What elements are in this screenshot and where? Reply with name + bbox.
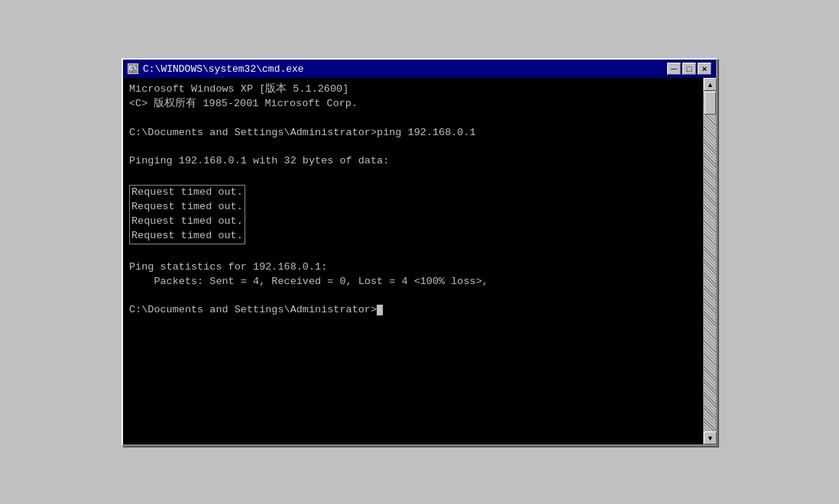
terminal-line-1: <C> 版权所有 1985-2001 Microsoft Corp. <box>129 97 697 111</box>
terminal-line-5: Pinging 192.168.0.1 with 32 bytes of dat… <box>129 154 697 169</box>
terminal-line-15: C:\Documents and Settings\Administrator> <box>129 303 697 318</box>
scroll-up-arrow[interactable]: ▲ <box>704 78 717 91</box>
cmd-icon: C\ <box>128 63 138 74</box>
scrollbar[interactable]: ▲ ▼ <box>703 78 716 444</box>
window-title: C:\WINDOWS\system32\cmd.exe <box>143 63 304 75</box>
terminal-line-8: Request timed out. <box>131 200 243 215</box>
terminal-line-9: Request timed out. <box>131 215 243 229</box>
cmd-icon-label: C\ <box>129 65 138 73</box>
terminal-line-14 <box>129 289 697 303</box>
terminal-line-3: C:\Documents and Settings\Administrator>… <box>129 126 697 141</box>
terminal-line-2 <box>129 111 697 126</box>
terminal-line-10: Request timed out. <box>131 229 243 244</box>
scroll-thumb[interactable] <box>705 92 716 115</box>
window-body: Microsoft Windows XP [版本 5.1.2600] <C> 版… <box>123 78 716 444</box>
terminal-cursor <box>377 305 383 315</box>
terminal-line-7: Request timed out. <box>131 186 243 200</box>
title-bar-buttons: ─ □ × <box>667 63 711 75</box>
title-bar-left: C\ C:\WINDOWS\system32\cmd.exe <box>128 63 304 75</box>
terminal-line-12: Ping statistics for 192.168.0.1: <box>129 260 697 275</box>
restore-button[interactable]: □ <box>682 63 696 75</box>
terminal-line-0: Microsoft Windows XP [版本 5.1.2600] <box>129 82 697 97</box>
title-bar: C\ C:\WINDOWS\system32\cmd.exe ─ □ × <box>123 60 716 78</box>
highlight-box: Request timed out. Request timed out. Re… <box>129 185 245 244</box>
scroll-down-arrow[interactable]: ▼ <box>704 431 717 444</box>
terminal-line-4 <box>129 141 697 155</box>
scroll-track[interactable] <box>704 91 716 431</box>
minimize-button[interactable]: ─ <box>667 63 681 75</box>
terminal-line-13: Packets: Sent = 4, Received = 0, Lost = … <box>129 275 697 289</box>
terminal-line-6 <box>129 169 697 183</box>
cmd-window: C\ C:\WINDOWS\system32\cmd.exe ─ □ × Mic… <box>121 58 718 446</box>
terminal-line-11 <box>129 246 697 260</box>
close-button[interactable]: × <box>698 63 711 75</box>
terminal-output[interactable]: Microsoft Windows XP [版本 5.1.2600] <C> 版… <box>123 78 703 444</box>
